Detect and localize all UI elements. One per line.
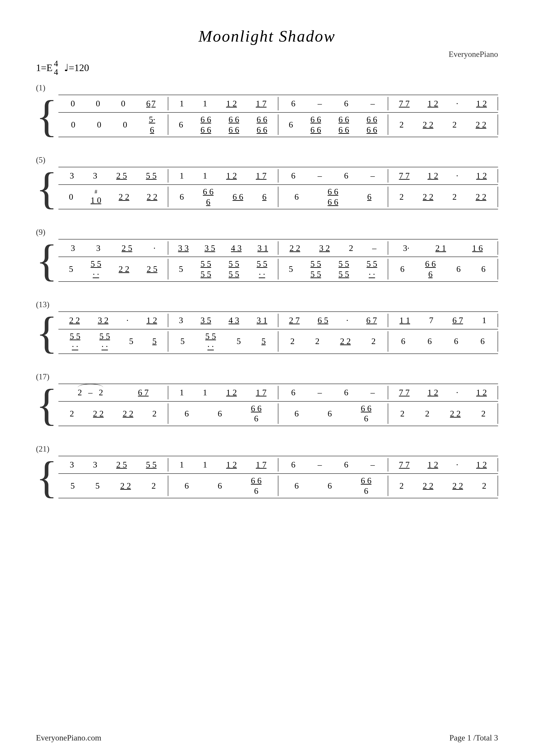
- note: 2: [152, 409, 157, 419]
- note: 6 5: [318, 315, 328, 326]
- note: 1 2: [226, 388, 237, 398]
- staff-pair-1: { 0 0 0 67: [36, 95, 498, 137]
- note: –: [370, 460, 375, 470]
- note: 2: [371, 336, 376, 346]
- measures-bot-5: 0 #1 0 2 2 2 2 6 6 6 6: [59, 187, 498, 207]
- barline: [497, 331, 498, 352]
- staff-block-21: 3 3 2 5 5 5 1 1 1 2 1 7: [59, 456, 498, 498]
- note: 5 5 5 5: [311, 259, 321, 279]
- brace-21: {: [36, 456, 58, 498]
- top-staff-1: 0 0 0 67 1: [59, 95, 498, 112]
- m5b1: 0 #1 0 2 2 2 2: [59, 188, 168, 205]
- brace-5: {: [36, 167, 58, 209]
- note: 6: [481, 264, 486, 274]
- m13b3: 2 2 2 2 2: [278, 336, 388, 346]
- note: 0: [96, 98, 100, 109]
- note: 6: [291, 460, 295, 470]
- note: 1 2: [427, 98, 438, 109]
- m9t2: 3 3 3 5 4 3 3 1: [168, 243, 278, 254]
- note: 1: [203, 388, 207, 398]
- section-number-21: (21): [36, 444, 498, 453]
- m5t4: 7 7 1 2 · 1 2: [388, 171, 497, 181]
- meta-line: 1=E 4 4 ♩=120: [36, 59, 498, 76]
- note: 1 6: [472, 243, 483, 254]
- note: 5: [152, 336, 157, 346]
- note: 6: [262, 192, 267, 202]
- note: 6: [400, 264, 405, 274]
- note: 1: [180, 460, 184, 470]
- m21t4: 7 7 1 2 · 1 2: [388, 460, 497, 470]
- m17b2: 6 6 6 6 6: [168, 403, 278, 424]
- note: 3: [71, 243, 75, 254]
- m9t1: 3 3 2 5 ·: [59, 243, 168, 254]
- barline: [497, 259, 498, 279]
- note: 6: [401, 336, 405, 346]
- note: 3 2: [319, 243, 330, 254]
- note: 1: [203, 460, 207, 470]
- staff-pair-21: { 3 3 2 5 5 5 1 1 1 2: [36, 456, 498, 498]
- note: 1: [203, 171, 207, 181]
- note: 3 5: [200, 315, 211, 326]
- note: 2 2: [69, 315, 80, 326]
- note: 1 7: [256, 388, 267, 398]
- note: 3 1: [257, 243, 268, 254]
- barline: [497, 169, 498, 183]
- note: 6 6 6 6: [311, 115, 321, 135]
- note: 5 5 5 5: [339, 259, 349, 279]
- note: 6: [289, 120, 293, 130]
- m5b3: 6 6 6 6 6 6: [278, 187, 388, 207]
- measures-top-5: 3 3 2 5 5 5 1 1 1 2 1 7: [59, 169, 498, 183]
- note: 6: [367, 192, 371, 202]
- m17b4: 2 2 2 2 2: [388, 409, 497, 419]
- note: 2 2: [450, 409, 461, 419]
- note: 6 6 6: [361, 403, 371, 424]
- note: 2 1: [435, 243, 446, 254]
- note: 6: [185, 481, 189, 491]
- note: –: [88, 388, 92, 398]
- top-staff-17: 2 – 2 6 7 1 1 1 2 1 7: [59, 384, 498, 401]
- m13t2: 3 3 5 4 3 3 1: [168, 315, 278, 326]
- note: 6 6 6 6: [257, 115, 267, 135]
- m5t3: 6 – 6 –: [278, 171, 388, 181]
- note: 3: [179, 315, 183, 326]
- section-1: (1) { 0 0 0 67: [36, 83, 498, 137]
- m9b1: 5 5 5 · · 2 2 2 5: [59, 259, 168, 279]
- m9t4: 3· 2 1 1 6: [388, 243, 497, 254]
- m13b1: 5 5 · · 5 5 · · 5 5: [59, 331, 168, 352]
- note: 2 2: [423, 192, 434, 202]
- top-staff-21: 3 3 2 5 5 5 1 1 1 2 1 7: [59, 456, 498, 473]
- measure-3-bot: 6 6 6 6 6 6 6 6 6 6 6 6 6: [278, 115, 388, 135]
- top-staff-5: 3 3 2 5 5 5 1 1 1 2 1 7: [59, 167, 498, 184]
- barline: [497, 314, 498, 327]
- note: 0: [71, 98, 75, 109]
- m5b2: 6 6 6 6 6 6 6: [168, 187, 278, 207]
- brace-9: {: [36, 239, 58, 282]
- note: 6 6 6: [361, 475, 371, 496]
- note: 2: [452, 120, 457, 130]
- m13t4: 1 1 7 6 7 1: [388, 315, 497, 326]
- note: 2: [399, 120, 404, 130]
- note: 6: [427, 336, 432, 346]
- note: 6: [291, 98, 295, 109]
- note: 2: [399, 192, 404, 202]
- note: –: [318, 460, 322, 470]
- note: 1 2: [226, 171, 237, 181]
- note: 1 2: [476, 98, 487, 109]
- note: –: [370, 388, 375, 398]
- note: 7 7: [399, 98, 410, 109]
- note: 2 2: [423, 120, 434, 130]
- note: 4 3: [228, 315, 239, 326]
- note: 3 5: [204, 243, 215, 254]
- note: ·: [126, 315, 129, 326]
- note: –: [318, 388, 322, 398]
- top-staff-13: 2 2 3 2 · 1 2 3 3 5 4 3 3 1: [59, 311, 498, 329]
- note: ·: [153, 243, 156, 254]
- note: 1 2: [226, 460, 237, 470]
- staff-block-5: 3 3 2 5 5 5 1 1 1 2 1 7: [59, 167, 498, 209]
- note: 5 5: [146, 171, 157, 181]
- note: 1 2: [476, 171, 487, 181]
- note: 6: [454, 336, 458, 346]
- measure-2-top: 1 1 1 2 1 7: [168, 98, 278, 109]
- staff-block-13: 2 2 3 2 · 1 2 3 3 5 4 3 3 1: [59, 311, 498, 354]
- m17t2: 1 1 1 2 1 7: [168, 388, 278, 398]
